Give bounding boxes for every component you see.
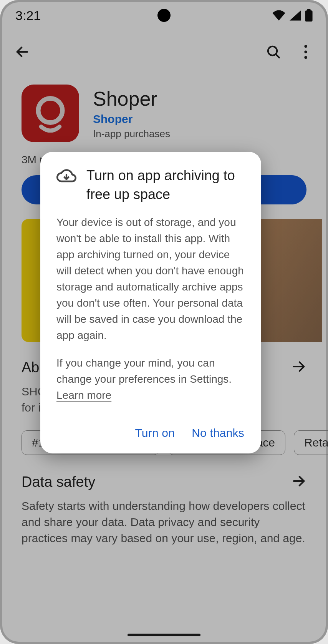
cellular-icon bbox=[290, 10, 301, 21]
learn-more-link[interactable]: Learn more bbox=[56, 389, 111, 401]
app-icon bbox=[22, 85, 79, 142]
dialog-actions: Turn on No thanks bbox=[56, 415, 245, 442]
dialog-body: Your device is out of storage, and you w… bbox=[56, 214, 245, 403]
svg-rect-0 bbox=[305, 10, 312, 22]
dialog-title: Turn on app archiving to free up space bbox=[86, 166, 245, 204]
search-button[interactable] bbox=[263, 41, 284, 63]
app-header: Shoper Shoper In-app purchases bbox=[0, 73, 328, 146]
developer-link[interactable]: Shoper bbox=[93, 113, 170, 126]
svg-point-4 bbox=[304, 50, 307, 53]
no-thanks-button[interactable]: No thanks bbox=[192, 427, 244, 440]
wifi-icon bbox=[272, 10, 286, 21]
data-safety-body: Safety starts with understanding how dev… bbox=[22, 490, 306, 546]
svg-point-3 bbox=[304, 45, 307, 48]
device-frame: 3:21 Shoper bbox=[0, 0, 328, 644]
app-title: Shoper bbox=[93, 87, 170, 110]
more-options-button[interactable] bbox=[295, 41, 316, 63]
status-icons bbox=[272, 9, 313, 22]
reviews-fragment: 3M r bbox=[22, 154, 43, 166]
battery-icon bbox=[305, 9, 313, 22]
nav-handle[interactable] bbox=[128, 634, 200, 636]
dialog-paragraph-1: Your device is out of storage, and you w… bbox=[56, 214, 245, 344]
cloud-download-icon bbox=[56, 166, 76, 188]
chip-retail[interactable]: Retai bbox=[294, 430, 328, 455]
turn-on-button[interactable]: Turn on bbox=[135, 427, 175, 440]
in-app-purchases-label: In-app purchases bbox=[93, 128, 170, 140]
data-safety-section: Data safety Safety starts with understan… bbox=[0, 466, 328, 553]
app-meta: Shoper Shoper In-app purchases bbox=[93, 87, 170, 140]
status-bar: 3:21 bbox=[0, 0, 328, 31]
archiving-dialog: Turn on app archiving to free up space Y… bbox=[40, 152, 261, 453]
dialog-paragraph-2: If you change your mind, you can change … bbox=[56, 355, 245, 403]
svg-rect-1 bbox=[307, 9, 311, 11]
app-bar bbox=[0, 31, 328, 73]
data-safety-arrow-icon[interactable] bbox=[291, 473, 306, 490]
about-title: Ab bbox=[22, 359, 39, 376]
status-time: 3:21 bbox=[15, 8, 41, 23]
back-button[interactable] bbox=[12, 41, 33, 63]
svg-point-5 bbox=[304, 56, 307, 59]
data-safety-title: Data safety bbox=[22, 474, 95, 490]
about-arrow-icon[interactable] bbox=[291, 359, 306, 376]
front-camera-punchhole bbox=[157, 9, 171, 22]
svg-point-6 bbox=[38, 98, 63, 123]
